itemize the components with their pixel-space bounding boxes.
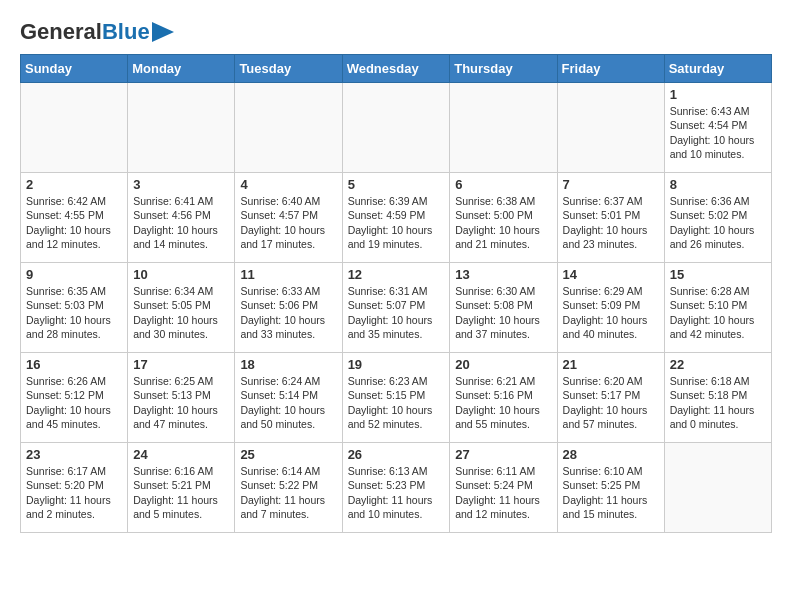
day-number: 17 (133, 357, 229, 372)
logo: GeneralBlue (20, 20, 174, 44)
calendar-cell: 27Sunrise: 6:11 AM Sunset: 5:24 PM Dayli… (450, 443, 557, 533)
calendar-week-row: 2Sunrise: 6:42 AM Sunset: 4:55 PM Daylig… (21, 173, 772, 263)
day-number: 21 (563, 357, 659, 372)
day-info: Sunrise: 6:29 AM Sunset: 5:09 PM Dayligh… (563, 284, 659, 341)
day-number: 11 (240, 267, 336, 282)
day-info: Sunrise: 6:34 AM Sunset: 5:05 PM Dayligh… (133, 284, 229, 341)
day-number: 2 (26, 177, 122, 192)
calendar-cell (235, 83, 342, 173)
calendar-cell: 22Sunrise: 6:18 AM Sunset: 5:18 PM Dayli… (664, 353, 771, 443)
calendar-cell: 8Sunrise: 6:36 AM Sunset: 5:02 PM Daylig… (664, 173, 771, 263)
day-info: Sunrise: 6:40 AM Sunset: 4:57 PM Dayligh… (240, 194, 336, 251)
calendar-cell: 28Sunrise: 6:10 AM Sunset: 5:25 PM Dayli… (557, 443, 664, 533)
day-info: Sunrise: 6:26 AM Sunset: 5:12 PM Dayligh… (26, 374, 122, 431)
day-number: 28 (563, 447, 659, 462)
calendar-week-row: 1Sunrise: 6:43 AM Sunset: 4:54 PM Daylig… (21, 83, 772, 173)
calendar-cell: 2Sunrise: 6:42 AM Sunset: 4:55 PM Daylig… (21, 173, 128, 263)
calendar-cell: 20Sunrise: 6:21 AM Sunset: 5:16 PM Dayli… (450, 353, 557, 443)
day-info: Sunrise: 6:39 AM Sunset: 4:59 PM Dayligh… (348, 194, 445, 251)
day-info: Sunrise: 6:25 AM Sunset: 5:13 PM Dayligh… (133, 374, 229, 431)
day-number: 15 (670, 267, 766, 282)
day-info: Sunrise: 6:21 AM Sunset: 5:16 PM Dayligh… (455, 374, 551, 431)
logo-text: GeneralBlue (20, 20, 150, 44)
day-number: 22 (670, 357, 766, 372)
day-info: Sunrise: 6:18 AM Sunset: 5:18 PM Dayligh… (670, 374, 766, 431)
day-number: 20 (455, 357, 551, 372)
calendar-cell: 1Sunrise: 6:43 AM Sunset: 4:54 PM Daylig… (664, 83, 771, 173)
calendar-cell: 26Sunrise: 6:13 AM Sunset: 5:23 PM Dayli… (342, 443, 450, 533)
calendar-cell (450, 83, 557, 173)
day-number: 26 (348, 447, 445, 462)
day-info: Sunrise: 6:11 AM Sunset: 5:24 PM Dayligh… (455, 464, 551, 521)
day-number: 12 (348, 267, 445, 282)
calendar-table: SundayMondayTuesdayWednesdayThursdayFrid… (20, 54, 772, 533)
day-number: 27 (455, 447, 551, 462)
day-number: 14 (563, 267, 659, 282)
calendar-cell: 11Sunrise: 6:33 AM Sunset: 5:06 PM Dayli… (235, 263, 342, 353)
weekday-header-sunday: Sunday (21, 55, 128, 83)
weekday-header-wednesday: Wednesday (342, 55, 450, 83)
calendar-week-row: 16Sunrise: 6:26 AM Sunset: 5:12 PM Dayli… (21, 353, 772, 443)
svg-marker-0 (152, 22, 174, 42)
logo-arrow-icon (152, 22, 174, 42)
weekday-header-row: SundayMondayTuesdayWednesdayThursdayFrid… (21, 55, 772, 83)
calendar-cell: 21Sunrise: 6:20 AM Sunset: 5:17 PM Dayli… (557, 353, 664, 443)
day-number: 25 (240, 447, 336, 462)
day-info: Sunrise: 6:42 AM Sunset: 4:55 PM Dayligh… (26, 194, 122, 251)
calendar-cell: 6Sunrise: 6:38 AM Sunset: 5:00 PM Daylig… (450, 173, 557, 263)
calendar-cell: 24Sunrise: 6:16 AM Sunset: 5:21 PM Dayli… (128, 443, 235, 533)
day-info: Sunrise: 6:13 AM Sunset: 5:23 PM Dayligh… (348, 464, 445, 521)
day-number: 3 (133, 177, 229, 192)
calendar-cell: 4Sunrise: 6:40 AM Sunset: 4:57 PM Daylig… (235, 173, 342, 263)
day-number: 13 (455, 267, 551, 282)
day-info: Sunrise: 6:17 AM Sunset: 5:20 PM Dayligh… (26, 464, 122, 521)
day-number: 5 (348, 177, 445, 192)
day-number: 10 (133, 267, 229, 282)
day-info: Sunrise: 6:35 AM Sunset: 5:03 PM Dayligh… (26, 284, 122, 341)
day-number: 19 (348, 357, 445, 372)
day-number: 1 (670, 87, 766, 102)
calendar-cell: 13Sunrise: 6:30 AM Sunset: 5:08 PM Dayli… (450, 263, 557, 353)
calendar-cell: 19Sunrise: 6:23 AM Sunset: 5:15 PM Dayli… (342, 353, 450, 443)
day-info: Sunrise: 6:43 AM Sunset: 4:54 PM Dayligh… (670, 104, 766, 161)
day-number: 6 (455, 177, 551, 192)
day-number: 16 (26, 357, 122, 372)
calendar-cell (342, 83, 450, 173)
day-number: 18 (240, 357, 336, 372)
day-info: Sunrise: 6:23 AM Sunset: 5:15 PM Dayligh… (348, 374, 445, 431)
calendar-cell: 10Sunrise: 6:34 AM Sunset: 5:05 PM Dayli… (128, 263, 235, 353)
weekday-header-monday: Monday (128, 55, 235, 83)
calendar-cell (664, 443, 771, 533)
calendar-cell (557, 83, 664, 173)
day-info: Sunrise: 6:20 AM Sunset: 5:17 PM Dayligh… (563, 374, 659, 431)
calendar-week-row: 9Sunrise: 6:35 AM Sunset: 5:03 PM Daylig… (21, 263, 772, 353)
calendar-cell: 18Sunrise: 6:24 AM Sunset: 5:14 PM Dayli… (235, 353, 342, 443)
calendar-cell: 17Sunrise: 6:25 AM Sunset: 5:13 PM Dayli… (128, 353, 235, 443)
calendar-cell: 12Sunrise: 6:31 AM Sunset: 5:07 PM Dayli… (342, 263, 450, 353)
calendar-week-row: 23Sunrise: 6:17 AM Sunset: 5:20 PM Dayli… (21, 443, 772, 533)
day-info: Sunrise: 6:28 AM Sunset: 5:10 PM Dayligh… (670, 284, 766, 341)
calendar-cell: 7Sunrise: 6:37 AM Sunset: 5:01 PM Daylig… (557, 173, 664, 263)
day-info: Sunrise: 6:37 AM Sunset: 5:01 PM Dayligh… (563, 194, 659, 251)
day-info: Sunrise: 6:33 AM Sunset: 5:06 PM Dayligh… (240, 284, 336, 341)
weekday-header-thursday: Thursday (450, 55, 557, 83)
calendar-cell: 15Sunrise: 6:28 AM Sunset: 5:10 PM Dayli… (664, 263, 771, 353)
day-info: Sunrise: 6:30 AM Sunset: 5:08 PM Dayligh… (455, 284, 551, 341)
day-info: Sunrise: 6:10 AM Sunset: 5:25 PM Dayligh… (563, 464, 659, 521)
calendar-cell: 9Sunrise: 6:35 AM Sunset: 5:03 PM Daylig… (21, 263, 128, 353)
calendar-cell: 5Sunrise: 6:39 AM Sunset: 4:59 PM Daylig… (342, 173, 450, 263)
weekday-header-saturday: Saturday (664, 55, 771, 83)
weekday-header-friday: Friday (557, 55, 664, 83)
page-header: GeneralBlue (20, 20, 772, 44)
day-info: Sunrise: 6:36 AM Sunset: 5:02 PM Dayligh… (670, 194, 766, 251)
day-info: Sunrise: 6:16 AM Sunset: 5:21 PM Dayligh… (133, 464, 229, 521)
day-number: 4 (240, 177, 336, 192)
calendar-cell: 3Sunrise: 6:41 AM Sunset: 4:56 PM Daylig… (128, 173, 235, 263)
day-number: 24 (133, 447, 229, 462)
day-number: 9 (26, 267, 122, 282)
day-info: Sunrise: 6:38 AM Sunset: 5:00 PM Dayligh… (455, 194, 551, 251)
day-info: Sunrise: 6:24 AM Sunset: 5:14 PM Dayligh… (240, 374, 336, 431)
calendar-cell: 23Sunrise: 6:17 AM Sunset: 5:20 PM Dayli… (21, 443, 128, 533)
calendar-cell (128, 83, 235, 173)
calendar-cell: 16Sunrise: 6:26 AM Sunset: 5:12 PM Dayli… (21, 353, 128, 443)
